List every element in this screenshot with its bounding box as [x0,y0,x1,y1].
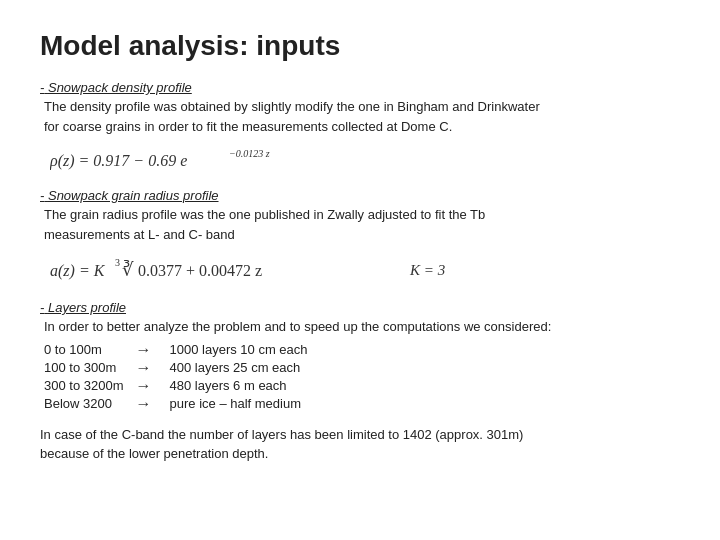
arrow-cell: → [124,377,170,395]
density-formula: ρ(z) = 0.917 − 0.69 e −0.0123 z [50,144,680,176]
note-text: In case of the C-band the number of laye… [40,425,680,464]
svg-text:ρ(z) = 0.917 − 0.69 e: ρ(z) = 0.917 − 0.69 e [50,152,187,170]
table-row: Below 3200 → pure ice – half medium [44,395,308,413]
density-formula-svg: ρ(z) = 0.917 − 0.69 e −0.0123 z [50,144,290,176]
range-cell: 300 to 3200m [44,377,124,395]
layers-cell: 400 layers 25 cm each [170,359,308,377]
arrow-cell: → [124,341,170,359]
svg-text:0.0377 + 0.00472 z: 0.0377 + 0.00472 z [138,262,262,279]
density-section: Snowpack density profile The density pro… [40,80,680,176]
layers-section: Layers profile In order to better analyz… [40,300,680,413]
grain-text: The grain radius profile was the one pub… [44,205,680,244]
grain-formula: a(z) = K 3 ∛ 0.0377 + 0.00472 z K = 3 [50,252,680,288]
layers-cell: pure ice – half medium [170,395,308,413]
slide: Model analysis: inputs Snowpack density … [0,0,720,540]
arrow-cell: → [124,359,170,377]
k-value: K = 3 [410,262,445,279]
layers-table: 0 to 100m → 1000 layers 10 cm each 100 t… [44,341,308,413]
svg-text:3: 3 [115,257,120,268]
page-title: Model analysis: inputs [40,30,680,62]
density-text: The density profile was obtained by slig… [44,97,680,136]
range-cell: Below 3200 [44,395,124,413]
arrow-cell: → [124,395,170,413]
svg-text:∛: ∛ [122,260,134,280]
grain-heading: Snowpack grain radius profile [40,188,680,203]
grain-formula-svg: a(z) = K 3 ∛ 0.0377 + 0.00472 z [50,252,350,288]
table-row: 300 to 3200m → 480 layers 6 m each [44,377,308,395]
range-cell: 0 to 100m [44,341,124,359]
layers-heading: Layers profile [40,300,680,315]
svg-text:−0.0123 z: −0.0123 z [229,148,270,159]
density-heading: Snowpack density profile [40,80,680,95]
range-cell: 100 to 300m [44,359,124,377]
layers-cell: 1000 layers 10 cm each [170,341,308,359]
layers-cell: 480 layers 6 m each [170,377,308,395]
svg-text:a(z) = K: a(z) = K [50,262,106,280]
layers-intro: In order to better analyze the problem a… [44,317,680,337]
table-row: 100 to 300m → 400 layers 25 cm each [44,359,308,377]
table-row: 0 to 100m → 1000 layers 10 cm each [44,341,308,359]
grain-section: Snowpack grain radius profile The grain … [40,188,680,288]
